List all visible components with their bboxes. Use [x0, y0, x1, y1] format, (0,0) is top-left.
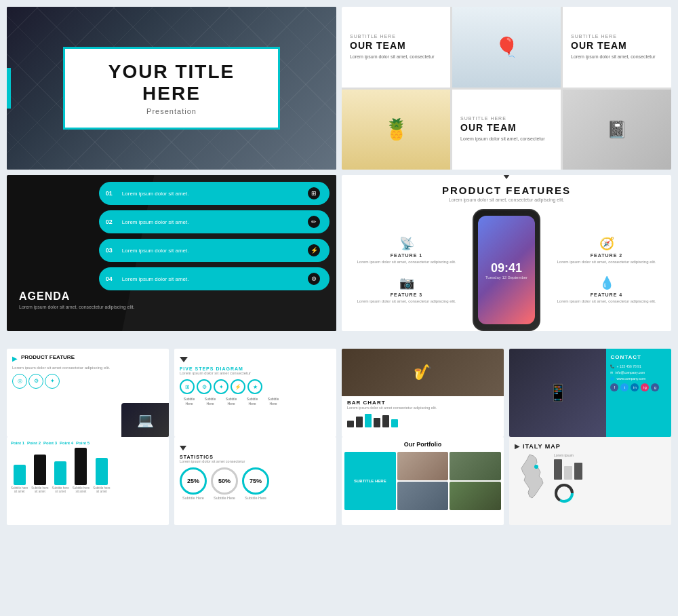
feature-2-label: FEATURE 2	[553, 253, 660, 258]
tl-bar-2	[34, 455, 46, 485]
portfolio-cell-4	[397, 482, 449, 510]
step-icon-2: ⚙	[197, 379, 212, 394]
feature-1: 📡 FEATURE 1 Lorem ipsum dolor sit amet, …	[353, 236, 460, 265]
tl-item-3: Subtitle heresit amet	[52, 461, 69, 493]
pineapple-image: 🍍	[342, 90, 450, 170]
agenda-item-1: 01 Lorem ipsum dolor sit amet. ⊞	[99, 182, 330, 205]
tl-item-5: Subtitle heresit amet	[93, 458, 110, 493]
mbar-1	[554, 459, 562, 480]
tl-label-2: Point 2	[27, 441, 41, 445]
map-title: ITALY MAP	[523, 443, 561, 450]
tl-item-4: Subtitle heresit amet	[73, 448, 89, 493]
features-title: PRODUCT FEATURES	[353, 185, 660, 196]
tl-item-2: Subtitle heresit amet	[31, 455, 48, 493]
agenda-num-1: 01	[106, 190, 117, 197]
stat-circle-3: 75%	[242, 467, 269, 495]
team-cell-3: SUBTITLE HERE OUR TEAM Lorem ipsum dolor…	[452, 90, 561, 170]
team-body-3: Lorem ipsum dolor sit amet, consectetur	[460, 136, 545, 142]
agenda-num-3: 03	[106, 247, 117, 254]
main-title: YOUR TITLE HERE	[85, 61, 258, 104]
mini-slide-italy-map: ▶ ITALY MAP Lorem ipsum	[509, 437, 671, 525]
mini-slide-timeline: Point 1 Point 2 Point 3 Point 4 Point 5 …	[7, 437, 169, 525]
agenda-num-4: 04	[106, 275, 117, 282]
cyan-accent-bar	[7, 68, 11, 109]
portfolio-cell-2	[397, 452, 449, 480]
laptop-image: 💻	[121, 403, 169, 437]
phone-mockup: 09:41 Tuesday 12 September	[473, 209, 540, 331]
feature-4-desc: Lorem ipsum dolor sit amet, consectetur …	[553, 299, 660, 304]
down-arrow-icon	[500, 175, 513, 179]
bar-1	[347, 421, 354, 427]
agenda-text-1: Lorem ipsum dolor sit amet.	[122, 191, 301, 197]
agenda-icon-3: ⚡	[306, 243, 321, 258]
feature-2-desc: Lorem ipsum dolor sit amet, consectetur …	[553, 259, 660, 265]
step-label-2: Subtitle Here	[201, 397, 220, 406]
bar-5	[382, 415, 389, 427]
stat-1-wrapper: 25% Subtitle Here	[180, 467, 207, 500]
product-arrow-icon: ▶	[12, 355, 18, 362]
phone-time: 09:41	[491, 261, 522, 275]
agenda-title: AGENDA	[19, 290, 134, 303]
prod-icon-1: ◎	[12, 374, 27, 389]
tl-bar-1	[14, 465, 26, 485]
stats-title: STATISTICS	[180, 455, 331, 459]
slide-agenda: AGENDA Lorem ipsum dolor sit amet, conse…	[7, 175, 336, 331]
agenda-num-2: 02	[106, 218, 117, 225]
team-subtitle-1: SUBTITLE HERE	[350, 34, 396, 39]
feature-3-icon: 📷	[353, 275, 460, 290]
email-icon: ✉	[610, 370, 613, 374]
team-cell-1: SUBTITLE HERE OUR TEAM Lorem ipsum dolor…	[342, 7, 450, 88]
feature-1-label: FEATURE 1	[353, 253, 460, 258]
agenda-text-3: Lorem ipsum dolor sit amet.	[122, 248, 301, 254]
stat-3-wrapper: 75% Subtitle Here	[242, 467, 269, 500]
stat-2-wrapper: 50% Subtitle Here	[211, 467, 238, 500]
features-subtitle: Lorem ipsum dolor sit amet, consectetur …	[353, 197, 660, 202]
portfolio-subtitle: SUBTITLE HERE	[353, 478, 388, 484]
tl-label-5: Point 5	[76, 441, 89, 445]
feature-1-icon: 📡	[353, 236, 460, 251]
team-image-notebook: 📓	[563, 90, 671, 170]
phone-icon: 📞	[610, 364, 614, 368]
map-chart-area: Lorem ipsum	[554, 453, 582, 506]
stats-arrow-icon	[180, 446, 186, 450]
agenda-text-2: Lorem ipsum dolor sit amet.	[122, 219, 301, 225]
feature-3: 📷 FEATURE 3 Lorem ipsum dolor sit amet, …	[353, 275, 460, 304]
steps-down-arrow	[180, 357, 188, 362]
linkedin-icon: in	[631, 383, 639, 391]
agenda-icon-1: ⊞	[306, 186, 321, 201]
map-header: ▶ ITALY MAP	[515, 442, 666, 450]
portfolio-cell-cyan: SUBTITLE HERE	[344, 452, 396, 510]
slide-title: YOUR TITLE HERE Presentation	[7, 7, 336, 170]
tl-bar-5	[96, 458, 108, 485]
map-arrow-icon: ▶	[515, 442, 520, 450]
step-label-4: Subtitle Here	[243, 397, 262, 406]
contact-title: CONTACT	[610, 354, 667, 360]
balloon-image: 🎈	[452, 7, 561, 88]
bar-6	[391, 419, 398, 427]
contact-email: ✉ info@company.com	[610, 370, 667, 374]
feature-1-desc: Lorem ipsum dolor sit amet, consectetur …	[353, 259, 460, 265]
tl-desc-4: Subtitle heresit amet	[73, 486, 89, 493]
team-subtitle-2: SUBTITLE HERE	[571, 34, 617, 39]
stat-circle-1: 25%	[180, 467, 207, 495]
instagram-icon: ig	[641, 383, 649, 391]
step-icon-3: ✦	[214, 379, 228, 394]
product-feature-desc: Lorem ipsum dolor sit amet consectetur a…	[12, 366, 163, 371]
tl-label-3: Point 3	[43, 441, 57, 445]
phone-date: Tuesday 12 September	[485, 275, 527, 280]
step-label-1: Subtitle Here	[180, 397, 199, 406]
tl-desc-1: Subtitle heresit amet	[11, 486, 28, 493]
step-label-5: Subtitle Here	[264, 397, 283, 406]
web-icon: 🌐	[610, 377, 614, 381]
feature-2-icon: 🧭	[553, 236, 660, 251]
contact-phone: 📞 + 123 456 78 91	[610, 364, 667, 368]
mini-slide-contact: 📱 CONTACT 📞 + 123 456 78 91 ✉ info@compa…	[509, 349, 671, 437]
agenda-item-3: 03 Lorem ipsum dolor sit amet. ⚡	[99, 239, 330, 262]
bottom-row-1: ▶ PRODUCT FEATURE Lorem ipsum dolor sit …	[0, 349, 678, 437]
slide-product-features: PRODUCT FEATURES Lorem ipsum dolor sit a…	[342, 175, 671, 331]
product-feature-title: PRODUCT FEATURE	[21, 354, 75, 361]
agenda-text-4: Lorem ipsum dolor sit amet.	[122, 276, 301, 282]
features-col-right: 🧭 FEATURE 2 Lorem ipsum dolor sit amet, …	[553, 236, 660, 305]
feature-4-label: FEATURE 4	[553, 292, 660, 297]
team-image-pineapple: 🍍	[342, 90, 450, 170]
